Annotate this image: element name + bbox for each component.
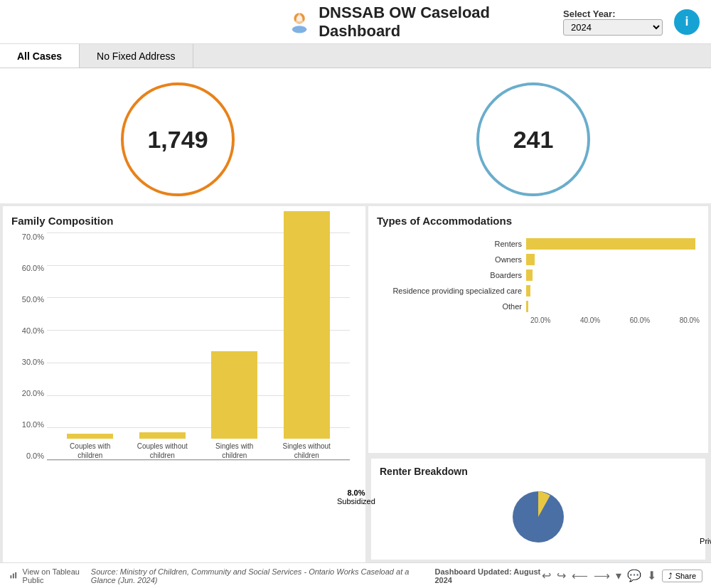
acc-bar-wrap-other: [526, 301, 700, 312]
no-fixed-value: 241: [513, 126, 554, 154]
bar-singles-children-bar: [211, 351, 257, 439]
svg-rect-6: [13, 573, 14, 578]
subsidized-text: Subsidized: [337, 497, 375, 506]
tab-all-cases[interactable]: All Cases: [0, 44, 80, 68]
y-axis-labels: 70.0% 60.0% 50.0% 40.0% 30.0% 20.0% 10.0…: [13, 232, 44, 460]
footer-toolbar: ↩ ↪ ⟵ ⟶ ▾ 💬 ⬇ ⤴ Share: [542, 569, 702, 582]
header: DNSSAB OW Caseload Dashboard Select Year…: [0, 0, 711, 44]
share-icon: ⤴: [668, 572, 673, 580]
x-axis-line: [47, 459, 350, 460]
acc-row-renters: Renters: [377, 238, 700, 250]
redo-icon[interactable]: ↪: [557, 569, 566, 582]
renter-inner: Renter Breakdown 8.0% Subsidized: [371, 459, 705, 560]
tableau-icon: [9, 570, 18, 582]
year-label: Select Year:: [563, 9, 615, 19]
logo-icon: [287, 9, 311, 35]
accommodations-panel: Types of Accommodations Renters Owners: [368, 206, 708, 453]
bar-singles-no-children: Singles without children: [278, 211, 335, 460]
pie-svg: [506, 485, 570, 549]
all-cases-circle: 1,749: [121, 82, 235, 196]
back-icon[interactable]: ⟵: [572, 569, 588, 582]
main-content: 1,749 241 Family Composition 70.0% 60.0%…: [0, 68, 711, 562]
bar-singles-children: Singles with children: [206, 351, 263, 460]
footer: View on Tableau Public Source: Ministry …: [0, 562, 711, 588]
charts-row: Family Composition 70.0% 60.0% 50.0% 40.…: [0, 203, 711, 562]
acc-row-owners: Owners: [377, 254, 700, 265]
year-selector-area: Select Year: 2024 2023 2022 2021 2020: [563, 9, 663, 36]
svg-point-3: [296, 15, 303, 21]
download-icon[interactable]: ⬇: [647, 569, 656, 582]
acc-label-boarders: Boarders: [377, 271, 526, 279]
acc-label-residence: Residence providing specialized care: [377, 287, 526, 295]
info-button[interactable]: i: [674, 9, 700, 35]
acc-x-labels: 20.0% 40.0% 60.0% 80.0%: [530, 316, 700, 324]
acc-label-other: Other: [377, 302, 526, 311]
svg-rect-7: [15, 572, 16, 577]
bar-singles-no-children-label: Singles without children: [278, 442, 335, 460]
acc-bar-wrap-owners: [526, 254, 700, 265]
renter-breakdown-title: Renter Breakdown: [380, 466, 697, 477]
bars-container: Couples with children Couples without ch…: [47, 232, 350, 460]
acc-label-renters: Renters: [377, 240, 526, 248]
no-fixed-circle: 241: [476, 82, 590, 196]
bar-couples-no-children-bar: [139, 432, 186, 439]
bar-singles-children-label: Singles with children: [206, 442, 263, 460]
accommodations-title: Types of Accommodations: [377, 215, 700, 227]
acc-bar-wrap-renters: [526, 238, 700, 250]
acc-bar-wrap-residence: [526, 285, 700, 296]
family-composition-panel: Family Composition 70.0% 60.0% 50.0% 40.…: [3, 206, 365, 562]
pie-area: 8.0% Subsidized: [380, 481, 697, 552]
bar-couples-children: Couples with children: [62, 434, 119, 460]
acc-label-owners: Owners: [377, 255, 526, 264]
bar-chart-area: 70.0% 60.0% 50.0% 40.0% 30.0% 20.0% 10.0…: [47, 232, 350, 460]
acc-row-residence: Residence providing specialized care: [377, 285, 700, 296]
share-label: Share: [675, 572, 696, 580]
header-title-area: DNSSAB OW Caseload Dashboard: [287, 4, 563, 41]
svg-point-2: [292, 26, 307, 33]
bar-singles-no-children-bar: [284, 211, 330, 439]
footer-center: Source: Ministry of Children, Community …: [91, 567, 542, 584]
footer-tableau: View on Tableau Public: [9, 567, 91, 584]
pie-chart: [506, 485, 570, 549]
bar-couples-no-children-label: Couples without children: [134, 442, 191, 460]
footer-source: Source: Ministry of Children, Community …: [91, 567, 421, 584]
footer-updated: Dashboard Updated: August 2024: [434, 567, 541, 584]
renter-breakdown-panel: Renter Breakdown 8.0% Subsidized: [368, 456, 708, 562]
more-icon[interactable]: ▾: [616, 569, 621, 582]
subsidized-pct: 8.0%: [337, 488, 375, 497]
comment-icon[interactable]: 💬: [627, 569, 641, 582]
tab-row: All Cases No Fixed Address: [0, 44, 711, 68]
acc-row-other: Other: [377, 301, 700, 312]
bar-couples-children-bar: [67, 434, 113, 439]
private-label-area: 92.0% Private market: [700, 528, 711, 545]
acc-row-boarders: Boarders: [377, 269, 700, 281]
svg-rect-5: [11, 575, 12, 578]
acc-chart: Renters Owners Boarders: [377, 238, 700, 444]
all-cases-value: 1,749: [147, 126, 208, 154]
metrics-row: 1,749 241: [0, 68, 711, 203]
tab-no-fixed-address[interactable]: No Fixed Address: [80, 44, 193, 68]
right-panel: Types of Accommodations Renters Owners: [368, 206, 708, 562]
subsidized-label-area: 8.0% Subsidized: [337, 488, 375, 506]
bar-couples-no-children: Couples without children: [134, 432, 191, 460]
private-pct: 92.0%: [700, 528, 711, 537]
undo-icon[interactable]: ↩: [542, 569, 551, 582]
acc-bar-wrap-boarders: [526, 269, 700, 281]
share-button[interactable]: ⤴ Share: [662, 570, 702, 582]
year-select[interactable]: 2024 2023 2022 2021 2020: [563, 19, 663, 36]
dashboard-title: DNSSAB OW Caseload Dashboard: [319, 4, 563, 41]
tableau-label[interactable]: View on Tableau Public: [23, 567, 91, 584]
bar-couples-children-label: Couples with children: [62, 442, 119, 460]
forward-icon[interactable]: ⟶: [594, 569, 610, 582]
private-text: Private market: [700, 537, 711, 545]
